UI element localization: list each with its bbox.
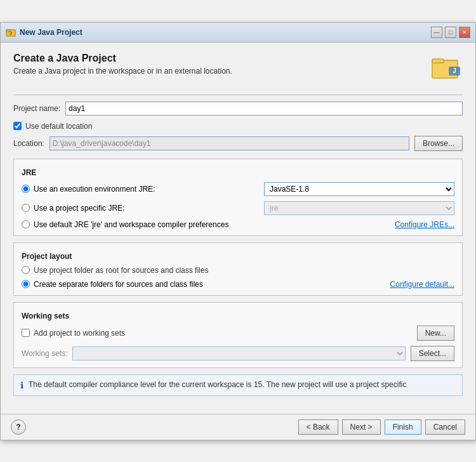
header-divider (13, 95, 463, 95)
window-title: New Java Project (20, 28, 83, 37)
info-icon: ℹ (20, 380, 23, 390)
layout-option2-radio[interactable] (22, 280, 30, 288)
cancel-button[interactable]: Cancel (425, 419, 465, 435)
svg-text:J: J (10, 31, 12, 36)
project-name-row: Project name: (13, 102, 463, 116)
add-working-sets-checkbox[interactable] (22, 329, 30, 337)
jre-option1-row: Use an execution environment JRE: JavaSE… (22, 182, 454, 196)
project-name-input[interactable] (65, 102, 463, 116)
footer-buttons: < Back Next > Finish Cancel (298, 419, 465, 435)
jre-option2-label: Use a project specific JRE: (34, 204, 124, 213)
location-row: Location: Browse... (13, 136, 463, 151)
working-sets-inputs-row: Working sets: Select... (22, 346, 454, 361)
new-working-set-button[interactable]: New... (417, 326, 454, 341)
location-label: Location: (13, 139, 44, 148)
browse-button[interactable]: Browse... (414, 136, 463, 151)
location-input[interactable] (50, 136, 409, 150)
close-button[interactable]: ✕ (459, 27, 470, 38)
maximize-button[interactable]: □ (445, 27, 456, 38)
jre-specific-select[interactable]: jre (264, 201, 454, 215)
layout-option1-radio[interactable] (22, 266, 30, 274)
finish-button[interactable]: Finish (385, 419, 421, 435)
title-bar-left: J New Java Project (6, 27, 83, 37)
jre-option3-label: Use default JRE 'jre' and workspace comp… (34, 220, 228, 229)
title-controls: — □ ✕ (431, 27, 470, 38)
working-sets-title: Working sets (22, 312, 454, 320)
layout-option2-left: Create separate folders for sources and … (22, 280, 203, 289)
select-working-set-button[interactable]: Select... (411, 346, 454, 361)
add-to-working-sets-row: Add project to working sets New... (22, 326, 454, 341)
jre-option1-radio[interactable] (22, 185, 30, 193)
jre-option2-left: Use a project specific JRE: (22, 204, 124, 213)
project-name-label: Project name: (13, 104, 60, 113)
info-bar: ℹ The default compiler compliance level … (13, 374, 463, 396)
jre-option3-radio[interactable] (22, 220, 30, 228)
layout-section-title: Project layout (22, 252, 454, 261)
dialog-content: Create a Java Project Create a Java proj… (1, 43, 475, 414)
dialog-footer: ? < Back Next > Finish Cancel (1, 414, 475, 440)
jre-option2-radio[interactable] (22, 204, 30, 212)
use-default-location-checkbox[interactable] (13, 122, 22, 130)
jre-option3-row: Use default JRE 'jre' and workspace comp… (22, 220, 454, 229)
add-working-sets-checkbox-row: Add project to working sets (22, 329, 125, 338)
layout-option1-label: Use project folder as root for sources a… (34, 266, 208, 275)
jre-option1-label: Use an execution environment JRE: (34, 185, 155, 194)
jre-section: JRE Use an execution environment JRE: Ja… (13, 159, 463, 236)
jre-environment-select[interactable]: JavaSE-1.8 JavaSE-11 JavaSE-17 (264, 182, 454, 196)
footer-left: ? (11, 419, 26, 435)
configure-jres-link[interactable]: Configure JREs... (395, 220, 454, 229)
title-bar: J New Java Project — □ ✕ (1, 23, 475, 43)
window-icon: J (6, 27, 16, 37)
jre-option2-row: Use a project specific JRE: jre (22, 201, 454, 215)
working-sets-select[interactable] (72, 346, 405, 360)
info-text: The default compiler compliance level fo… (29, 380, 406, 389)
layout-option2-label: Create separate folders for sources and … (34, 280, 203, 289)
minimize-button[interactable]: — (431, 27, 442, 38)
jre-option1-left: Use an execution environment JRE: (22, 185, 155, 194)
page-header: Create a Java Project Create a Java proj… (13, 53, 463, 84)
jre-section-title: JRE (22, 168, 454, 177)
use-default-location-label: Use default location (25, 122, 92, 131)
svg-rect-4 (432, 59, 444, 63)
next-button[interactable]: Next > (342, 419, 381, 435)
use-default-location-row: Use default location (13, 122, 463, 131)
working-sets-section: Working sets Add project to working sets… (13, 302, 463, 368)
help-button[interactable]: ? (11, 419, 26, 435)
main-window: J New Java Project — □ ✕ Create a Java P… (0, 22, 476, 440)
page-title: Create a Java Project (13, 53, 232, 64)
configure-default-link[interactable]: Configure default... (390, 280, 454, 289)
svg-text:J: J (453, 67, 456, 74)
back-button[interactable]: < Back (298, 419, 338, 435)
header-folder-icon: J (431, 53, 463, 84)
page-title-section: Create a Java Project Create a Java proj… (13, 53, 232, 76)
project-layout-section: Project layout Use project folder as roo… (13, 242, 463, 296)
layout-option1-row: Use project folder as root for sources a… (22, 266, 454, 275)
working-sets-label: Working sets: (22, 349, 67, 358)
add-working-sets-label: Add project to working sets (34, 329, 125, 338)
jre-option3-left: Use default JRE 'jre' and workspace comp… (22, 220, 228, 229)
layout-option2-row: Create separate folders for sources and … (22, 280, 454, 289)
page-subtitle: Create a Java project in the workspace o… (13, 67, 232, 76)
